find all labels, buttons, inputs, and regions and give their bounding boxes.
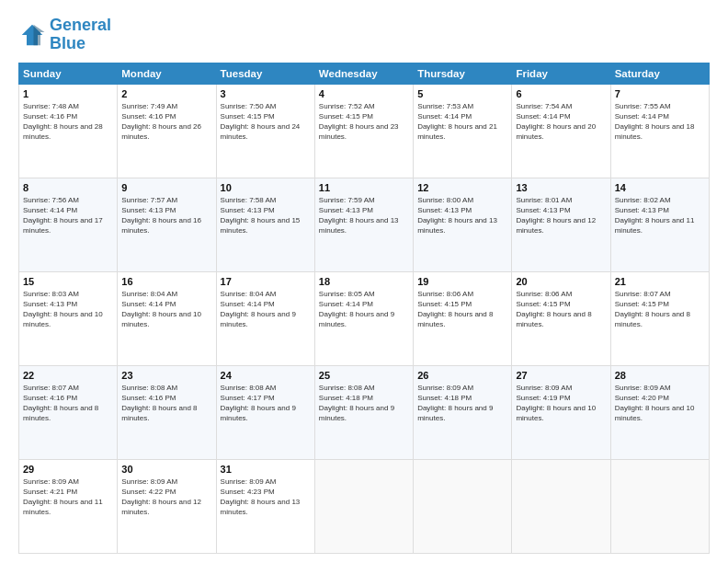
- svg-marker-1: [34, 25, 45, 46]
- calendar-cell: 20 Sunrise: 8:06 AMSunset: 4:15 PMDaylig…: [512, 271, 610, 365]
- calendar-table: SundayMondayTuesdayWednesdayThursdayFrid…: [18, 63, 710, 554]
- day-number: 15: [23, 276, 113, 287]
- day-number: 31: [221, 464, 311, 475]
- day-info: Sunrise: 8:09 AMSunset: 4:18 PMDaylight:…: [417, 383, 507, 424]
- day-info: Sunrise: 7:53 AMSunset: 4:14 PMDaylight:…: [417, 101, 507, 143]
- calendar-cell: 2 Sunrise: 7:49 AMSunset: 4:16 PMDayligh…: [118, 84, 216, 178]
- day-number: 27: [516, 370, 606, 381]
- calendar-cell: 14 Sunrise: 8:02 AMSunset: 4:13 PMDaylig…: [610, 178, 709, 271]
- day-info: Sunrise: 8:08 AMSunset: 4:17 PMDaylight:…: [221, 383, 311, 424]
- day-info: Sunrise: 8:09 AMSunset: 4:22 PMDaylight:…: [121, 477, 211, 518]
- day-number: 26: [417, 370, 507, 381]
- calendar-cell: 6 Sunrise: 7:54 AMSunset: 4:14 PMDayligh…: [512, 84, 610, 178]
- calendar-cell: 21 Sunrise: 8:07 AMSunset: 4:15 PMDaylig…: [610, 271, 709, 365]
- day-info: Sunrise: 7:57 AMSunset: 4:13 PMDaylight:…: [121, 195, 211, 236]
- calendar-cell: 10 Sunrise: 7:58 AMSunset: 4:13 PMDaylig…: [216, 178, 314, 271]
- day-info: Sunrise: 8:03 AMSunset: 4:13 PMDaylight:…: [23, 289, 113, 330]
- day-number: 16: [121, 276, 211, 287]
- day-info: Sunrise: 7:54 AMSunset: 4:14 PMDaylight:…: [516, 101, 606, 143]
- day-info: Sunrise: 7:49 AMSunset: 4:16 PMDaylight:…: [121, 101, 211, 143]
- day-info: Sunrise: 8:08 AMSunset: 4:16 PMDaylight:…: [121, 383, 211, 424]
- day-number: 12: [417, 182, 507, 193]
- day-number: 9: [121, 182, 211, 193]
- day-info: Sunrise: 8:09 AMSunset: 4:19 PMDaylight:…: [516, 383, 606, 424]
- calendar-cell: [610, 459, 709, 553]
- day-info: Sunrise: 8:07 AMSunset: 4:15 PMDaylight:…: [615, 289, 705, 330]
- day-info: Sunrise: 8:09 AMSunset: 4:23 PMDaylight:…: [221, 477, 311, 518]
- day-info: Sunrise: 8:06 AMSunset: 4:15 PMDaylight:…: [516, 289, 606, 330]
- day-number: 23: [121, 370, 211, 381]
- calendar-cell: 13 Sunrise: 8:01 AMSunset: 4:13 PMDaylig…: [512, 178, 610, 271]
- calendar-cell: 31 Sunrise: 8:09 AMSunset: 4:23 PMDaylig…: [216, 459, 314, 553]
- day-number: 7: [615, 88, 705, 99]
- calendar-cell: 7 Sunrise: 7:55 AMSunset: 4:14 PMDayligh…: [610, 84, 709, 178]
- calendar-cell: [414, 459, 512, 553]
- day-info: Sunrise: 8:08 AMSunset: 4:18 PMDaylight:…: [319, 383, 409, 424]
- day-number: 21: [615, 276, 705, 287]
- calendar-week-row: 1 Sunrise: 7:48 AMSunset: 4:16 PMDayligh…: [19, 84, 710, 178]
- calendar-cell: 5 Sunrise: 7:53 AMSunset: 4:14 PMDayligh…: [414, 84, 512, 178]
- day-info: Sunrise: 8:00 AMSunset: 4:13 PMDaylight:…: [417, 195, 507, 236]
- calendar-cell: 17 Sunrise: 8:04 AMSunset: 4:14 PMDaylig…: [216, 271, 314, 365]
- calendar-cell: 15 Sunrise: 8:03 AMSunset: 4:13 PMDaylig…: [19, 271, 118, 365]
- calendar-cell: 1 Sunrise: 7:48 AMSunset: 4:16 PMDayligh…: [19, 84, 118, 178]
- calendar-header-row: SundayMondayTuesdayWednesdayThursdayFrid…: [19, 63, 710, 84]
- day-number: 8: [23, 182, 113, 193]
- day-number: 20: [516, 276, 606, 287]
- day-info: Sunrise: 7:52 AMSunset: 4:15 PMDaylight:…: [319, 101, 409, 143]
- day-number: 22: [23, 370, 113, 381]
- calendar-cell: 18 Sunrise: 8:05 AMSunset: 4:14 PMDaylig…: [314, 271, 413, 365]
- day-number: 24: [221, 370, 311, 381]
- day-number: 30: [121, 464, 211, 475]
- day-info: Sunrise: 7:50 AMSunset: 4:15 PMDaylight:…: [221, 101, 311, 143]
- calendar-cell: [512, 459, 610, 553]
- calendar-week-row: 15 Sunrise: 8:03 AMSunset: 4:13 PMDaylig…: [19, 271, 710, 365]
- day-info: Sunrise: 8:05 AMSunset: 4:14 PMDaylight:…: [319, 289, 409, 330]
- calendar-week-row: 29 Sunrise: 8:09 AMSunset: 4:21 PMDaylig…: [19, 459, 710, 553]
- calendar-cell: 26 Sunrise: 8:09 AMSunset: 4:18 PMDaylig…: [414, 365, 512, 459]
- day-info: Sunrise: 7:56 AMSunset: 4:14 PMDaylight:…: [23, 195, 113, 236]
- day-number: 29: [23, 464, 113, 475]
- day-info: Sunrise: 8:02 AMSunset: 4:13 PMDaylight:…: [615, 195, 705, 236]
- calendar-cell: 4 Sunrise: 7:52 AMSunset: 4:15 PMDayligh…: [314, 84, 413, 178]
- day-info: Sunrise: 7:48 AMSunset: 4:16 PMDaylight:…: [23, 101, 113, 143]
- day-number: 25: [319, 370, 409, 381]
- day-info: Sunrise: 8:04 AMSunset: 4:14 PMDaylight:…: [221, 289, 311, 330]
- day-number: 28: [615, 370, 705, 381]
- calendar-cell: 3 Sunrise: 7:50 AMSunset: 4:15 PMDayligh…: [216, 84, 314, 178]
- calendar-cell: 23 Sunrise: 8:08 AMSunset: 4:16 PMDaylig…: [118, 365, 216, 459]
- day-info: Sunrise: 8:04 AMSunset: 4:14 PMDaylight:…: [121, 289, 211, 330]
- calendar-day-header: Sunday: [19, 63, 118, 84]
- calendar-cell: [314, 459, 413, 553]
- calendar-cell: 16 Sunrise: 8:04 AMSunset: 4:14 PMDaylig…: [118, 271, 216, 365]
- day-number: 19: [417, 276, 507, 287]
- calendar-cell: 24 Sunrise: 8:08 AMSunset: 4:17 PMDaylig…: [216, 365, 314, 459]
- calendar-cell: 25 Sunrise: 8:08 AMSunset: 4:18 PMDaylig…: [314, 365, 413, 459]
- day-info: Sunrise: 8:09 AMSunset: 4:21 PMDaylight:…: [23, 477, 113, 518]
- calendar-cell: 12 Sunrise: 8:00 AMSunset: 4:13 PMDaylig…: [414, 178, 512, 271]
- calendar-cell: 22 Sunrise: 8:07 AMSunset: 4:16 PMDaylig…: [19, 365, 118, 459]
- calendar-cell: 9 Sunrise: 7:57 AMSunset: 4:13 PMDayligh…: [118, 178, 216, 271]
- calendar-day-header: Friday: [512, 63, 610, 84]
- calendar-day-header: Thursday: [414, 63, 512, 84]
- day-number: 11: [319, 182, 409, 193]
- header: General Blue: [18, 17, 710, 53]
- calendar-day-header: Wednesday: [314, 63, 413, 84]
- calendar-cell: 8 Sunrise: 7:56 AMSunset: 4:14 PMDayligh…: [19, 178, 118, 271]
- calendar-day-header: Tuesday: [216, 63, 314, 84]
- calendar-body: 1 Sunrise: 7:48 AMSunset: 4:16 PMDayligh…: [19, 84, 710, 553]
- day-number: 13: [516, 182, 606, 193]
- day-number: 14: [615, 182, 705, 193]
- day-info: Sunrise: 7:59 AMSunset: 4:13 PMDaylight:…: [319, 195, 409, 236]
- day-info: Sunrise: 8:07 AMSunset: 4:16 PMDaylight:…: [23, 383, 113, 424]
- calendar-day-header: Monday: [118, 63, 216, 84]
- day-number: 2: [121, 88, 211, 99]
- logo-text: General Blue: [50, 17, 111, 53]
- page: General Blue SundayMondayTuesdayWednesda…: [0, 0, 728, 563]
- logo-icon: [18, 21, 46, 49]
- day-info: Sunrise: 8:09 AMSunset: 4:20 PMDaylight:…: [615, 383, 705, 424]
- day-info: Sunrise: 7:55 AMSunset: 4:14 PMDaylight:…: [615, 101, 705, 143]
- calendar-cell: 28 Sunrise: 8:09 AMSunset: 4:20 PMDaylig…: [610, 365, 709, 459]
- day-info: Sunrise: 7:58 AMSunset: 4:13 PMDaylight:…: [221, 195, 311, 236]
- day-number: 6: [516, 88, 606, 99]
